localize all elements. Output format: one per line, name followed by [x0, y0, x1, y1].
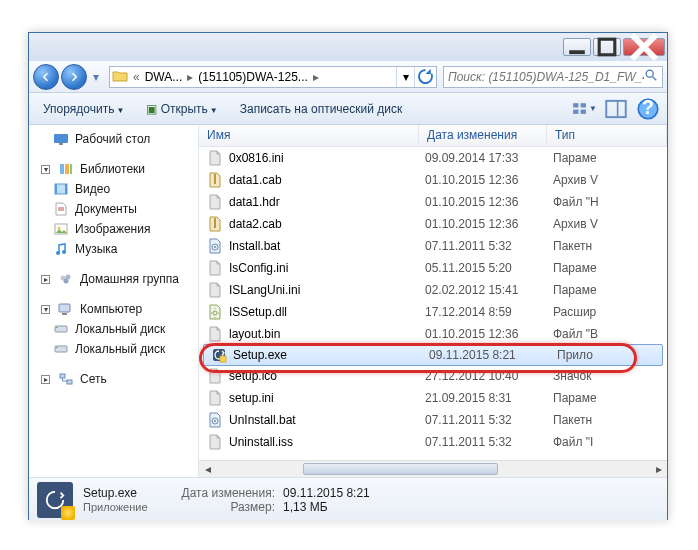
- svg-line-3: [653, 77, 657, 81]
- horizontal-scrollbar[interactable]: ◂ ▸: [199, 460, 667, 477]
- file-row[interactable]: ISSetup.dll17.12.2014 8:59Расшир: [199, 301, 667, 323]
- file-icon: [207, 434, 223, 450]
- file-row[interactable]: Setup.exe09.11.2015 8:21Прило: [203, 344, 663, 366]
- svg-rect-5: [581, 103, 586, 107]
- expand-icon[interactable]: ▾: [41, 305, 50, 314]
- nav-documents[interactable]: Документы: [29, 199, 198, 219]
- search-box[interactable]: [443, 66, 663, 88]
- scroll-thumb[interactable]: [303, 463, 498, 475]
- nav-history-dropdown[interactable]: ▾: [89, 64, 103, 90]
- file-name: data2.cab: [229, 217, 425, 231]
- breadcrumb-item[interactable]: (151105)DWA-125...: [194, 70, 312, 84]
- svg-rect-14: [60, 164, 64, 174]
- file-name: ISSetup.dll: [229, 305, 425, 319]
- file-row[interactable]: ISLangUni.ini02.02.2012 15:41Параме: [199, 279, 667, 301]
- file-row[interactable]: setup.ini21.09.2015 8:31Параме: [199, 387, 667, 409]
- organize-button[interactable]: Упорядочить▼: [35, 98, 132, 120]
- nav-pictures[interactable]: Изображения: [29, 219, 198, 239]
- nav-disk[interactable]: Локальный диск: [29, 339, 198, 359]
- expand-icon[interactable]: ▸: [41, 275, 50, 284]
- back-button[interactable]: [33, 64, 59, 90]
- column-date[interactable]: Дата изменения: [419, 125, 547, 146]
- desktop-icon: [53, 131, 69, 147]
- file-row[interactable]: 0x0816.ini09.09.2014 17:33Параме: [199, 147, 667, 169]
- file-row[interactable]: data2.cab01.10.2015 12:36Архив V: [199, 213, 667, 235]
- nav-music[interactable]: Музыка: [29, 239, 198, 259]
- file-row[interactable]: Uninstall.iss07.11.2011 5:32Файл "I: [199, 431, 667, 453]
- search-input[interactable]: [448, 70, 644, 84]
- svg-rect-32: [56, 327, 58, 328]
- file-row[interactable]: data1.hdr01.10.2015 12:36Файл "H: [199, 191, 667, 213]
- svg-rect-6: [573, 110, 578, 114]
- svg-rect-12: [54, 134, 68, 143]
- file-type: Файл "I: [553, 435, 667, 449]
- file-icon: [207, 326, 223, 342]
- nav-homegroup[interactable]: ▸Домашняя группа: [29, 269, 198, 289]
- nav-libraries[interactable]: ▾Библиотеки: [29, 159, 198, 179]
- burn-button[interactable]: Записать на оптический диск: [232, 98, 411, 120]
- close-button[interactable]: [623, 38, 665, 56]
- file-icon: [207, 282, 223, 298]
- file-row[interactable]: layout.bin01.10.2015 12:36Файл "B: [199, 323, 667, 345]
- file-date: 05.11.2015 5:20: [425, 261, 553, 275]
- nav-desktop[interactable]: Рабочий стол: [29, 129, 198, 149]
- breadcrumb-back[interactable]: «: [132, 70, 141, 84]
- column-type[interactable]: Тип: [547, 125, 667, 146]
- nav-computer[interactable]: ▾Компьютер: [29, 299, 198, 319]
- navigation-pane: Рабочий стол ▾Библиотеки Видео Документы…: [29, 125, 199, 477]
- preview-pane-button[interactable]: [603, 98, 629, 120]
- svg-point-45: [214, 420, 216, 422]
- file-type: Параме: [553, 283, 667, 297]
- svg-rect-13: [59, 143, 63, 145]
- maximize-button[interactable]: [593, 38, 621, 56]
- breadcrumb-item[interactable]: DWA...: [141, 70, 187, 84]
- file-name: Setup.exe: [233, 348, 429, 362]
- svg-rect-37: [214, 174, 216, 184]
- svg-rect-43: [220, 356, 226, 362]
- address-bar[interactable]: « DWA... ▸ (151105)DWA-125... ▸ ▾: [109, 66, 437, 88]
- file-row[interactable]: Install.bat07.11.2011 5:32Пакетн: [199, 235, 667, 257]
- open-button[interactable]: ▣ Открыть▼: [138, 98, 225, 120]
- address-dropdown[interactable]: ▾: [396, 67, 414, 87]
- scroll-left-button[interactable]: ◂: [199, 461, 216, 477]
- file-name: data1.cab: [229, 173, 425, 187]
- expand-icon[interactable]: ▾: [41, 165, 50, 174]
- detail-date-value: 09.11.2015 8:21: [283, 486, 370, 500]
- svg-rect-31: [55, 326, 67, 332]
- folder-icon: [112, 68, 130, 86]
- file-date: 17.12.2014 8:59: [425, 305, 553, 319]
- help-button[interactable]: ?: [635, 98, 661, 120]
- chevron-right-icon[interactable]: ▸: [186, 70, 194, 84]
- network-icon: [58, 371, 74, 387]
- svg-point-2: [646, 70, 653, 77]
- file-icon: [207, 390, 223, 406]
- detail-filekind: Приложение: [83, 500, 148, 514]
- svg-rect-33: [55, 346, 67, 352]
- column-name[interactable]: Имя: [199, 125, 419, 146]
- file-thumbnail: [37, 482, 73, 518]
- nav-network[interactable]: ▸Сеть: [29, 369, 198, 389]
- file-row[interactable]: setup.ico27.12.2012 10:40Значок: [199, 365, 667, 387]
- file-name: data1.hdr: [229, 195, 425, 209]
- forward-button[interactable]: [61, 64, 87, 90]
- nav-disk[interactable]: Локальный диск: [29, 319, 198, 339]
- file-row[interactable]: IsConfig.ini05.11.2015 5:20Параме: [199, 257, 667, 279]
- file-type: Архив V: [553, 217, 667, 231]
- expand-icon[interactable]: ▸: [41, 375, 50, 384]
- view-options-button[interactable]: ▼: [571, 98, 597, 120]
- file-name: setup.ico: [229, 369, 425, 383]
- file-row[interactable]: UnInstall.bat07.11.2011 5:32Пакетн: [199, 409, 667, 431]
- nav-video[interactable]: Видео: [29, 179, 198, 199]
- file-date: 07.11.2011 5:32: [425, 435, 553, 449]
- file-icon: [207, 304, 223, 320]
- file-row[interactable]: data1.cab01.10.2015 12:36Архив V: [199, 169, 667, 191]
- refresh-button[interactable]: [414, 67, 436, 87]
- scroll-right-button[interactable]: ▸: [650, 461, 667, 477]
- pictures-icon: [53, 221, 69, 237]
- file-date: 09.11.2015 8:21: [429, 348, 557, 362]
- computer-icon: [58, 301, 74, 317]
- svg-point-28: [64, 279, 69, 284]
- file-name: setup.ini: [229, 391, 425, 405]
- minimize-button[interactable]: [563, 38, 591, 56]
- chevron-right-icon[interactable]: ▸: [312, 70, 320, 84]
